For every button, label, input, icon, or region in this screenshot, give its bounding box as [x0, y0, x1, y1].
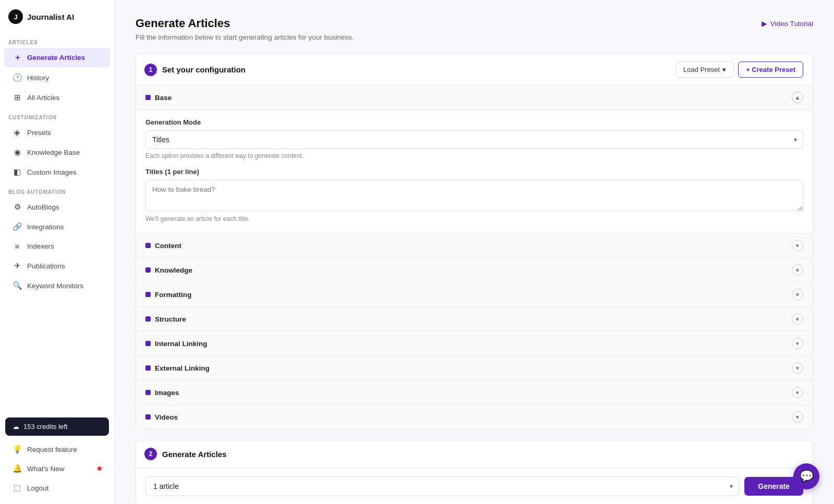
app-name: Journalist AI [27, 13, 74, 21]
sidebar-item-label: What's New [27, 465, 65, 473]
titles-textarea[interactable] [145, 180, 803, 211]
internal-linking-section-title: Internal Linking [145, 340, 207, 348]
formatting-icon [145, 292, 151, 297]
chevron-down-icon: ▾ [792, 264, 803, 276]
sidebar-item-whats-new[interactable]: 🔔 What's New [4, 459, 110, 478]
images-label: Images [155, 389, 179, 397]
structure-section: Structure ▾ [136, 306, 813, 331]
sidebar-item-all-articles[interactable]: ⊞ All Articles [4, 88, 110, 107]
sidebar-item-publications[interactable]: ✈ Publications [4, 256, 110, 275]
publications-icon: ✈ [13, 261, 22, 271]
create-preset-button[interactable]: + Create Preset [738, 62, 803, 78]
step2-number-title: 2 Generate Articles [144, 448, 227, 460]
chat-icon: 💬 [800, 470, 814, 483]
content-section-header[interactable]: Content ▾ [136, 233, 813, 257]
chat-fab-button[interactable]: 💬 [793, 463, 819, 489]
logout-icon: ⬚ [13, 483, 22, 493]
presets-icon: ◈ [13, 128, 22, 137]
sidebar-item-label: History [27, 74, 49, 82]
videos-section-header[interactable]: Videos ▾ [136, 405, 813, 429]
step1-number: 1 [144, 64, 157, 76]
chevron-up-icon: ▲ [792, 92, 803, 103]
section-label-customization: CUSTOMIZATION [0, 107, 114, 122]
videos-section-title: Videos [145, 413, 178, 421]
step2-number: 2 [144, 448, 157, 460]
chevron-down-icon: ▾ [792, 411, 803, 423]
sidebar-item-presets[interactable]: ◈ Presets [4, 123, 110, 142]
article-count-select[interactable]: 1 article 2 articles 5 articles 10 artic… [145, 476, 739, 496]
generation-mode-select[interactable]: Titles Keywords Topics [145, 130, 803, 149]
knowledge-icon: ◉ [13, 147, 22, 157]
chevron-down-icon: ▾ [792, 240, 803, 251]
base-section-header[interactable]: Base ▲ [136, 85, 813, 109]
sidebar-item-label: All Articles [27, 94, 59, 102]
images-icon [145, 390, 151, 395]
sidebar-item-label: Knowledge Base [27, 149, 80, 156]
cloud-icon: ☁ [13, 423, 19, 431]
sidebar-item-label: AutoBlogs [27, 203, 59, 211]
main-header: Generate Articles ▶ Video Tutorial [136, 17, 813, 30]
sidebar-item-keyword-monitors[interactable]: 🔍 Keyword Monitors [4, 276, 110, 295]
generation-mode-label: Generation Mode [145, 118, 803, 126]
sidebar-item-integrations[interactable]: 🔗 Integrations [4, 217, 110, 236]
clock-icon: 🕐 [13, 73, 22, 82]
sidebar-item-indexers[interactable]: ≡ Indexers [4, 237, 110, 255]
sidebar-item-label: Custom Images [27, 168, 77, 176]
step1-actions: Load Preset ▾ + Create Preset [676, 62, 803, 78]
chevron-down-icon: ▾ [792, 362, 803, 374]
images-section-header[interactable]: Images ▾ [136, 380, 813, 404]
sidebar-item-label: Generate Articles [27, 54, 85, 62]
videos-label: Videos [155, 413, 178, 421]
chevron-down-icon: ▾ [722, 66, 726, 73]
bell-icon: 🔔 [13, 464, 22, 473]
sidebar-item-custom-images[interactable]: ◧ Custom Images [4, 163, 110, 181]
external-linking-section-title: External Linking [145, 364, 210, 372]
load-preset-label: Load Preset [683, 66, 720, 73]
internal-linking-section-header[interactable]: Internal Linking ▾ [136, 331, 813, 355]
main-content: Generate Articles ▶ Video Tutorial Fill … [115, 0, 834, 504]
notification-dot [97, 466, 102, 471]
internal-linking-section: Internal Linking ▾ [136, 331, 813, 355]
sidebar-item-generate-articles[interactable]: ＋ Generate Articles [4, 48, 110, 67]
content-icon [145, 243, 151, 248]
chevron-down-icon: ▾ [792, 289, 803, 300]
sidebar-item-label: Request feature [27, 446, 77, 453]
credits-badge[interactable]: ☁ 153 credits left [5, 417, 109, 436]
sidebar-item-history[interactable]: 🕐 History [4, 68, 110, 87]
video-icon: ▶ [762, 19, 767, 28]
load-preset-button[interactable]: Load Preset ▾ [676, 62, 734, 78]
sidebar-item-label: Publications [27, 262, 65, 270]
internal-linking-icon [145, 341, 151, 346]
indexers-icon: ≡ [13, 242, 22, 251]
sidebar-item-logout[interactable]: ⬚ Logout [4, 478, 110, 497]
external-linking-section-header[interactable]: External Linking ▾ [136, 356, 813, 380]
create-preset-label: + Create Preset [746, 66, 795, 73]
sidebar-item-knowledge-base[interactable]: ◉ Knowledge Base [4, 143, 110, 162]
credits-label: 153 credits left [23, 423, 68, 431]
step1-card: 1 Set your configuration Load Preset ▾ +… [136, 54, 813, 429]
chevron-down-icon: ▾ [792, 387, 803, 398]
page-title: Generate Articles [136, 17, 230, 30]
sidebar-item-request-feature[interactable]: 💡 Request feature [4, 440, 110, 459]
bulb-icon: 💡 [13, 445, 22, 454]
content-section-title: Content [145, 242, 181, 250]
article-count-select-wrap: 1 article 2 articles 5 articles 10 artic… [145, 476, 739, 496]
base-section-title: Base [145, 94, 171, 102]
step2-title: Generate Articles [162, 450, 227, 459]
structure-section-title: Structure [145, 315, 186, 323]
step1-number-title: 1 Set your configuration [144, 64, 246, 76]
sidebar-item-autoblogs[interactable]: ⚙ AutoBlogs [4, 198, 110, 216]
formatting-section-header[interactable]: Formatting ▾ [136, 282, 813, 306]
video-tutorial-link[interactable]: ▶ Video Tutorial [762, 19, 813, 28]
knowledge-section-header[interactable]: Knowledge ▾ [136, 258, 813, 282]
structure-section-header[interactable]: Structure ▾ [136, 307, 813, 331]
chevron-down-icon: ▾ [792, 338, 803, 349]
knowledge-section-title: Knowledge [145, 266, 192, 274]
external-linking-section: External Linking ▾ [136, 355, 813, 380]
videos-icon [145, 414, 151, 420]
structure-label: Structure [155, 315, 186, 323]
app-logo: J Journalist AI [0, 0, 114, 32]
sidebar-bottom: ☁ 153 credits left 💡 Request feature 🔔 W… [0, 413, 114, 504]
integrations-icon: 🔗 [13, 222, 22, 231]
formatting-section: Formatting ▾ [136, 282, 813, 306]
